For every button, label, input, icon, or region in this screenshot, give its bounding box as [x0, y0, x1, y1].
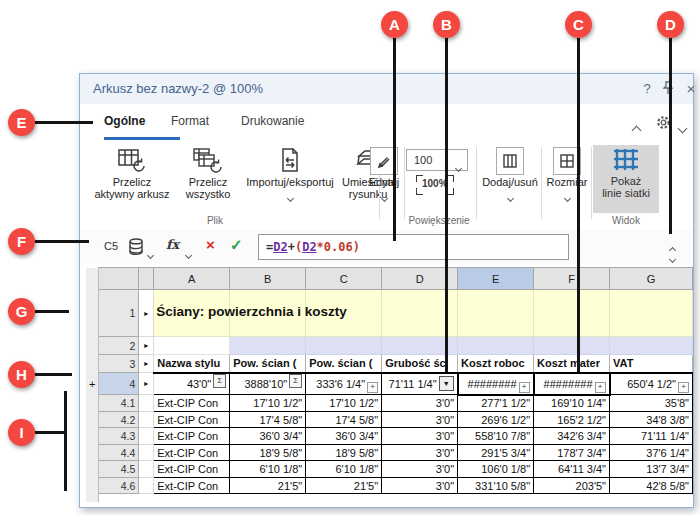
- cell[interactable]: 13'7 3/4": [610, 461, 693, 478]
- cell[interactable]: 36'0 3/4": [306, 428, 382, 445]
- cell[interactable]: 17'4 5/8": [306, 412, 382, 428]
- cell[interactable]: Ext-CIP Con: [154, 428, 230, 445]
- cell[interactable]: 21'5": [230, 478, 306, 494]
- row-expand-plus[interactable]: +: [86, 373, 99, 395]
- cell[interactable]: Ext-CIP Con: [154, 461, 230, 478]
- sum-indicator-icon[interactable]: Σ: [289, 374, 302, 388]
- collapse-ribbon-icon[interactable]: [633, 120, 640, 138]
- cell[interactable]: 3'0": [382, 478, 458, 494]
- cell[interactable]: Ext-CIP Con: [154, 395, 230, 412]
- cell[interactable]: Koszt roboc: [458, 355, 534, 373]
- formula-bar-expand[interactable]: [668, 235, 682, 259]
- cell[interactable]: 291'5 3/4": [458, 445, 534, 461]
- plus-indicator-icon[interactable]: +: [367, 382, 378, 393]
- confirm-formula-icon[interactable]: ✓: [230, 236, 243, 254]
- cell[interactable]: [610, 290, 693, 337]
- cell[interactable]: Pow. ścian (: [306, 355, 382, 373]
- cell[interactable]: Ext-CIP Con: [154, 412, 230, 428]
- row-disclosure-icon[interactable]: ▸: [139, 355, 154, 373]
- cell[interactable]: 34'8 3/8": [610, 412, 693, 428]
- sum-indicator-icon[interactable]: Σ: [213, 374, 226, 388]
- cell[interactable]: 17'10 1/2": [306, 395, 382, 412]
- formula-input[interactable]: =D2+(D2*0.06): [258, 234, 569, 260]
- row-header[interactable]: 4: [99, 373, 139, 395]
- cell[interactable]: ########+: [458, 373, 534, 395]
- cell[interactable]: 64'11 3/4": [534, 461, 610, 478]
- cell[interactable]: 106'0 1/8": [458, 461, 534, 478]
- cell[interactable]: 17'10 1/2": [230, 395, 306, 412]
- cell[interactable]: [306, 337, 382, 355]
- plus-indicator-icon[interactable]: +: [678, 382, 689, 393]
- show-gridlines-button[interactable]: Pokaż linie siatki: [593, 145, 659, 213]
- cell[interactable]: 6'10 1/8": [230, 461, 306, 478]
- help-icon[interactable]: ?: [639, 81, 655, 97]
- row-header[interactable]: 4.6: [99, 478, 139, 494]
- column-header-F[interactable]: F: [534, 268, 610, 290]
- cell[interactable]: 178'7 3/4": [534, 445, 610, 461]
- cell[interactable]: [154, 337, 230, 355]
- column-dropdown-icon[interactable]: ▼: [439, 376, 454, 391]
- cell[interactable]: [534, 290, 610, 337]
- cell[interactable]: [458, 337, 534, 355]
- cell[interactable]: ########+: [534, 373, 610, 395]
- column-header-B[interactable]: B: [230, 268, 306, 290]
- row-header[interactable]: 4.3: [99, 428, 139, 445]
- cell[interactable]: Ściany: powierzchnia i koszty: [154, 290, 230, 337]
- cell[interactable]: 203'5": [534, 478, 610, 494]
- chevron-down-icon[interactable]: [186, 244, 191, 262]
- cell[interactable]: 71'11 1/4"▼: [382, 373, 458, 395]
- cell[interactable]: Ext-CIP Con: [154, 445, 230, 461]
- add-remove-button[interactable]: Dodaj/usuń: [479, 145, 541, 203]
- column-header-E[interactable]: E: [458, 268, 534, 290]
- cell[interactable]: 342'6 3/4": [534, 428, 610, 445]
- cell[interactable]: 558'10 7/8": [458, 428, 534, 445]
- row-header-corner[interactable]: [139, 268, 154, 290]
- cell[interactable]: 277'1 1/2": [458, 395, 534, 412]
- cell[interactable]: 3888'10"Σ: [230, 373, 306, 395]
- cell[interactable]: 269'6 1/2": [458, 412, 534, 428]
- row-disclosure-icon[interactable]: ▸: [139, 290, 154, 337]
- cell[interactable]: 71'11 1/4": [610, 428, 693, 445]
- cell[interactable]: 36'0 3/4": [230, 428, 306, 445]
- cell[interactable]: 42'8 5/8": [610, 478, 693, 494]
- cell[interactable]: [230, 337, 306, 355]
- cell[interactable]: 3'0": [382, 461, 458, 478]
- row-header-corner[interactable]: [99, 268, 139, 290]
- zoom-combobox[interactable]: 100: [406, 149, 468, 171]
- cell[interactable]: [534, 337, 610, 355]
- cell[interactable]: 333'6 1/4"+: [306, 373, 382, 395]
- cell[interactable]: Nazwa stylu: [154, 355, 230, 373]
- cell[interactable]: 37'6 1/4": [610, 445, 693, 461]
- size-button[interactable]: Rozmiar: [542, 145, 592, 203]
- cell[interactable]: 6'10 1/8": [306, 461, 382, 478]
- row-disclosure-icon[interactable]: ▸: [139, 337, 154, 355]
- row-header[interactable]: 1: [99, 290, 139, 337]
- fx-function-icon[interactable]: fx: [166, 237, 179, 252]
- recalc-all-button[interactable]: Przelicz wszystko: [176, 145, 240, 200]
- row-header[interactable]: 3: [99, 355, 139, 373]
- zoom-100-icon[interactable]: 100%: [416, 175, 454, 195]
- cell[interactable]: 43'0"Σ: [154, 373, 230, 395]
- close-icon[interactable]: ×: [683, 81, 699, 97]
- column-header-G[interactable]: G: [610, 268, 693, 290]
- cell[interactable]: 3'0": [382, 412, 458, 428]
- cell[interactable]: [458, 290, 534, 337]
- cell[interactable]: Pow. ścian (: [230, 355, 306, 373]
- cell[interactable]: 18'9 5/8": [230, 445, 306, 461]
- cell[interactable]: 650'4 1/2"+: [610, 373, 693, 395]
- cell[interactable]: Ext-CIP Con: [154, 478, 230, 494]
- cell[interactable]: 35'8": [610, 395, 693, 412]
- column-header-C[interactable]: C: [306, 268, 382, 290]
- column-header-A[interactable]: A: [154, 268, 230, 290]
- cell[interactable]: 3'0": [382, 395, 458, 412]
- row-header[interactable]: 4.1: [99, 395, 139, 412]
- tab-ogolne[interactable]: Ogólne: [104, 114, 145, 128]
- cancel-formula-icon[interactable]: ×: [206, 236, 215, 253]
- cell[interactable]: 3'0": [382, 445, 458, 461]
- plus-indicator-icon[interactable]: +: [519, 382, 530, 393]
- cell[interactable]: 169'10 1/4": [534, 395, 610, 412]
- titlebar[interactable]: Arkusz bez nazwy-2 @ 100% ? ×: [80, 74, 693, 105]
- cell[interactable]: 165'2 1/2": [534, 412, 610, 428]
- tab-drukowanie[interactable]: Drukowanie: [241, 114, 304, 128]
- chevron-down-icon[interactable]: [148, 244, 153, 262]
